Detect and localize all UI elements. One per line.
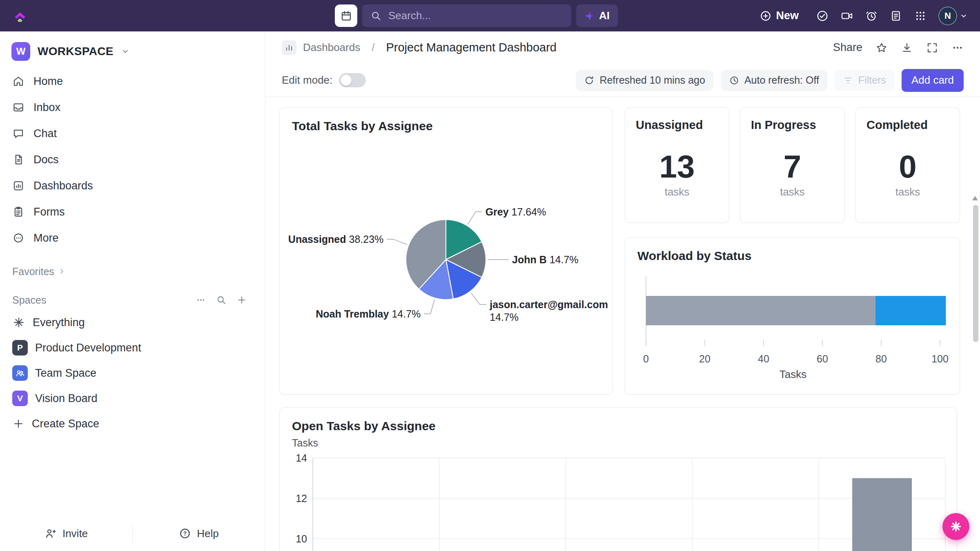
help-icon: ? [179,527,191,540]
space-item-label: Everything [33,316,85,329]
check-circle-icon[interactable] [816,9,829,22]
help-button[interactable]: ? Help [133,516,265,551]
svg-text:Noah Tremblay 14.7%: Noah Tremblay 14.7% [316,308,421,320]
ai-sparkle-icon [584,11,595,21]
scrollbar-thumb[interactable] [973,205,978,342]
svg-text:Grey 17.64%: Grey 17.64% [486,206,546,218]
add-card-button[interactable]: Add card [902,69,964,92]
space-item-product-development[interactable]: P Product Development [0,335,265,360]
apps-grid-icon[interactable] [914,9,927,22]
svg-text:14: 14 [296,452,307,464]
y-axis-label: Tasks [280,433,957,449]
svg-text:John B 14.7%: John B 14.7% [512,254,579,265]
workspace-switcher[interactable]: W WORKSPACE [0,31,265,68]
favorites-section[interactable]: Favorites [0,262,265,281]
breadcrumb-section[interactable]: Dashboards [303,41,360,54]
sidebar-item-home[interactable]: Home [0,68,265,94]
stat-value: 7 [784,151,801,182]
sidebar-item-inbox[interactable]: Inbox [0,94,265,120]
workspace-avatar: W [11,42,30,61]
spaces-search-icon[interactable] [216,295,227,305]
sidebar-item-label: More [33,232,59,244]
sidebar-item-label: Dashboards [33,180,93,192]
notes-doc-icon[interactable] [889,9,902,22]
spaces-more-icon[interactable] [196,295,206,305]
refreshed-label: Refreshed 10 mins ago [599,74,705,86]
dashboard-breadcrumb-icon [282,40,296,55]
plus-icon [12,418,24,430]
sidebar-item-chat[interactable]: Chat [0,120,265,147]
sidebar-item-forms[interactable]: Forms [0,199,265,225]
app-logo[interactable] [12,8,28,24]
open-tasks-bar-chart: 141210 [291,451,946,551]
top-bar: AI New N [0,0,980,31]
card-title: Open Tasks by Assignee [280,408,957,433]
share-button[interactable]: Share [833,41,862,54]
edit-mode-toggle[interactable] [339,73,366,87]
new-label: New [776,9,799,22]
space-item-everything[interactable]: Everything [0,310,265,335]
search-icon [370,10,382,22]
filter-icon [843,75,853,86]
expand-icon[interactable] [926,42,938,54]
breadcrumb: Dashboards / Project Management Dashboar… [282,40,557,55]
stat-unit: tasks [895,186,920,198]
create-space-button[interactable]: Create Space [0,411,265,436]
plus-circle-icon [760,10,772,22]
stat-unit: tasks [780,186,805,198]
stat-title: In Progress [740,108,844,132]
svg-text:100: 100 [931,353,949,364]
download-icon[interactable] [901,42,913,54]
more-options-icon[interactable] [951,42,964,54]
spaces-section: Spaces [0,290,265,310]
sidebar-item-label: Chat [33,127,57,140]
search-input[interactable] [388,9,563,22]
stat-title: Completed [856,108,960,132]
auto-refresh-chip[interactable]: Auto refresh: Off [721,70,827,91]
video-icon[interactable] [840,9,853,22]
invite-button[interactable]: Invite [0,516,132,551]
sidebar-item-docs[interactable]: Docs [0,147,265,173]
ai-button[interactable]: AI [576,4,618,27]
svg-text:40: 40 [758,353,769,364]
new-button[interactable]: New [760,9,799,22]
sidebar-item-label: Home [33,75,63,88]
sidebar-item-dashboards[interactable]: Dashboards [0,173,265,199]
invite-label: Invite [62,527,88,540]
scrollbar-up-arrow[interactable] [972,196,978,200]
dashboards-icon [12,180,24,192]
ai-fab-button[interactable] [942,513,969,540]
global-search[interactable] [362,4,571,27]
home-icon [12,75,24,87]
refresh-icon [584,75,595,86]
help-label: Help [197,527,218,540]
svg-text:?: ? [183,531,187,537]
chat-icon [12,127,24,140]
toggle-knob [341,75,352,86]
refresh-status-chip[interactable]: Refreshed 10 mins ago [576,70,713,91]
svg-text:60: 60 [817,353,828,364]
spaces-add-icon[interactable] [236,295,247,305]
filters-label: Filters [858,74,886,86]
everything-icon [12,316,25,329]
edit-mode-label: Edit mode: [282,74,332,87]
inbox-icon [12,101,24,113]
sidebar-item-more[interactable]: More [0,225,265,251]
user-menu[interactable]: N [938,7,968,25]
space-item-team-space[interactable]: Team Space [0,360,265,386]
svg-text:10: 10 [296,533,307,544]
filters-button[interactable]: Filters [835,70,894,91]
dashboard-content: Total Tasks by Assignee Grey 17.64%John … [265,97,980,551]
sidebar-item-label: Inbox [33,101,60,114]
sidebar-item-label: Forms [33,206,65,218]
auto-refresh-label: Auto refresh: Off [744,74,819,86]
ai-label: AI [599,9,610,22]
stat-value: 13 [659,151,695,182]
docs-icon [12,153,24,166]
alarm-clock-icon[interactable] [865,9,878,22]
svg-text:80: 80 [875,353,887,364]
pie-chart-card: Total Tasks by Assignee Grey 17.64%John … [279,107,612,395]
star-icon[interactable] [875,42,888,54]
space-item-vision-board[interactable]: V Vision Board [0,386,265,411]
calendar-button[interactable] [335,4,357,27]
